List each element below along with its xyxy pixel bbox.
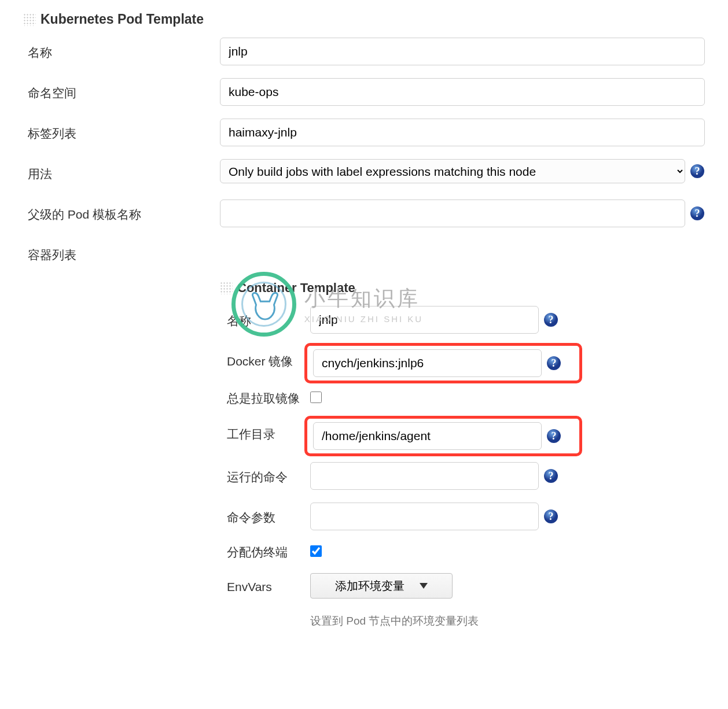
drag-handle-icon[interactable] [23,13,36,26]
input-ct-args[interactable] [310,503,539,530]
pod-template-title: Kubernetes Pod Template [41,12,204,27]
label-ct-image: Docker 镜像 [220,346,310,370]
row-ct-name: 名称 ? [220,306,705,337]
row-ct-args: 命令参数 ? [220,503,705,534]
row-namespace: 命名空间 [23,78,705,109]
highlight-workdir: ? [304,416,582,456]
add-envvar-button[interactable]: 添加环境变量 [310,573,453,599]
label-name: 名称 [23,38,220,61]
label-ct-envvars: EnvVars [220,573,310,594]
label-namespace: 命名空间 [23,78,220,101]
input-ct-image[interactable] [313,349,542,377]
row-ct-image: Docker 镜像 ? [220,346,705,380]
svg-text:?: ? [695,165,700,177]
label-usage: 用法 [23,159,220,182]
row-containers: 容器列表 [23,240,705,271]
label-ct-workdir: 工作目录 [220,419,310,442]
help-icon[interactable]: ? [690,206,705,221]
svg-text:?: ? [549,470,554,482]
label-ct-name: 名称 [220,306,310,329]
input-namespace[interactable] [220,78,705,106]
select-usage[interactable]: Only build jobs with label expressions m… [220,159,685,183]
label-ct-tty: 分配伪终端 [220,543,310,560]
row-ct-tty: 分配伪终端 [220,543,705,564]
container-template-title: Container Template [237,280,355,296]
input-ct-workdir[interactable] [313,422,542,450]
label-containers: 容器列表 [23,240,220,263]
svg-text:?: ? [549,314,554,326]
row-name: 名称 [23,38,705,69]
label-parent: 父级的 Pod 模板名称 [23,200,220,223]
help-icon[interactable]: ? [546,356,561,371]
pod-template-header: Kubernetes Pod Template [23,12,705,27]
input-ct-name[interactable] [310,306,539,334]
help-icon[interactable]: ? [543,312,558,327]
svg-text:?: ? [695,208,700,219]
checkbox-tty[interactable] [310,545,322,557]
highlight-docker-image: ? [304,343,582,383]
row-parent: 父级的 Pod 模板名称 ? [23,200,705,231]
help-icon[interactable]: ? [543,468,558,483]
label-ct-command: 运行的命令 [220,462,310,485]
add-envvar-label: 添加环境变量 [335,578,405,594]
row-ct-envvars: EnvVars 添加环境变量 设置到 Pod 节点中的环境变量列表 [220,573,705,629]
input-name[interactable] [220,38,705,65]
label-labels: 标签列表 [23,119,220,142]
label-ct-args: 命令参数 [220,503,310,526]
row-ct-alwayspull: 总是拉取镜像 [220,389,705,410]
label-ct-alwayspull: 总是拉取镜像 [220,389,310,407]
svg-text:?: ? [551,430,557,442]
svg-text:?: ? [549,511,554,522]
help-icon[interactable]: ? [543,509,558,524]
row-labels: 标签列表 [23,119,705,150]
help-icon[interactable]: ? [546,429,561,444]
drag-handle-icon[interactable] [220,282,233,294]
help-icon[interactable]: ? [690,164,705,179]
svg-text:?: ? [551,357,557,369]
input-labels[interactable] [220,119,705,146]
envvars-hint: 设置到 Pod 节点中的环境变量列表 [310,614,479,629]
container-template-header: Container Template [220,280,705,296]
caret-down-icon [420,583,428,589]
checkbox-always-pull[interactable] [310,392,322,403]
row-usage: 用法 Only build jobs with label expression… [23,159,705,190]
input-ct-command[interactable] [310,462,539,490]
input-parent[interactable] [220,200,685,227]
row-ct-command: 运行的命令 ? [220,462,705,493]
row-ct-workdir: 工作目录 ? [220,419,705,453]
